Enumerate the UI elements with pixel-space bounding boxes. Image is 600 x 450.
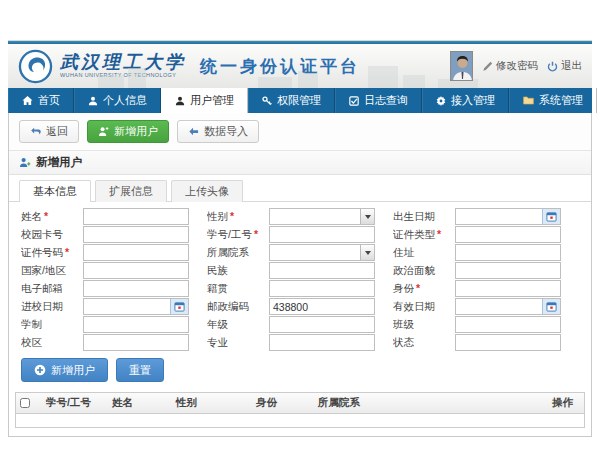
ethnicity-input[interactable] xyxy=(270,263,374,278)
field-label-country-region: 国家/地区 xyxy=(21,264,83,278)
identity-input[interactable] xyxy=(456,281,560,296)
form-field-identity: 身份* xyxy=(393,280,579,297)
tab-bar: 基本信息扩展信息上传头像 xyxy=(9,175,591,202)
form-field-campus: 校区 xyxy=(21,334,207,351)
form-field-student-id: 学号/工号* xyxy=(207,226,393,243)
plus-circle-icon xyxy=(34,364,46,376)
major-input[interactable] xyxy=(270,335,374,350)
panel-header: 新增用户 xyxy=(9,151,591,175)
birth-date-input[interactable] xyxy=(456,209,542,224)
gender-input[interactable] xyxy=(270,209,360,224)
form-field-country-region: 国家/地区 xyxy=(21,262,207,279)
select-all-checkbox[interactable] xyxy=(20,398,30,408)
table-column-header: 姓名 xyxy=(108,396,172,410)
gender-dropdown-button[interactable] xyxy=(360,209,374,224)
reset-button[interactable]: 重置 xyxy=(116,358,164,382)
table-column-header: 操作 xyxy=(548,396,584,410)
entry-date-calendar-button[interactable] xyxy=(170,299,188,314)
valid-date-input[interactable] xyxy=(456,299,542,314)
logout-label: 退出 xyxy=(561,59,582,73)
form-field-native-place: 籍贯 xyxy=(207,280,393,297)
field-label-address: 住址 xyxy=(393,246,455,260)
app-window: 武汉理工大学 WUHAN UNIVERSITY OF TECHNOLOGY 统一… xyxy=(8,40,592,437)
department-dropdown-button[interactable] xyxy=(360,245,374,260)
form-field-valid-date: 有效日期 xyxy=(393,298,579,315)
calendar-icon xyxy=(174,301,185,312)
school-system-input[interactable] xyxy=(84,317,188,332)
nav-item-label: 权限管理 xyxy=(277,93,321,108)
status-input[interactable] xyxy=(456,335,560,350)
submit-add-user-button[interactable]: 新增用户 xyxy=(21,358,108,382)
back-button[interactable]: 返回 xyxy=(19,120,79,143)
nav-item-system-management[interactable]: 系统管理 xyxy=(509,88,597,113)
add-user-button[interactable]: 新增用户 xyxy=(87,120,169,143)
id-number-input[interactable] xyxy=(84,245,188,260)
department-input[interactable] xyxy=(270,245,360,260)
required-marker: * xyxy=(65,246,69,258)
entry-date-input[interactable] xyxy=(84,299,170,314)
grade-input[interactable] xyxy=(270,317,374,332)
nav-item-label: 用户管理 xyxy=(190,93,234,108)
home-icon xyxy=(22,95,33,106)
political-status-input[interactable] xyxy=(456,263,560,278)
logout-link[interactable]: 退出 xyxy=(547,59,582,73)
table-column-header: 性别 xyxy=(172,396,252,410)
user-table: 学号/工号姓名性别身份所属院系操作 xyxy=(15,392,585,428)
form-field-entry-date: 进校日期 xyxy=(21,298,207,315)
main-content: 返回 新增用户 数据导入 新增用户 基本信息扩展信息上传头像 姓名*性别 xyxy=(8,113,592,437)
form-field-department: 所属院系 xyxy=(207,244,393,261)
main-nav: 首页个人信息用户管理权限管理日志查询接入管理系统管理订阅管理 xyxy=(8,88,592,113)
campus-input[interactable] xyxy=(84,335,188,350)
add-user-button-label: 新增用户 xyxy=(114,124,158,139)
native-place-input[interactable] xyxy=(270,281,374,296)
required-marker: * xyxy=(230,210,234,222)
form-field-id-number: 证件号码* xyxy=(21,244,207,261)
form-field-email: 电子邮箱 xyxy=(21,280,207,297)
form-field-class: 班级 xyxy=(393,316,579,333)
class-input[interactable] xyxy=(456,317,560,332)
postal-code-input[interactable] xyxy=(270,299,374,314)
form-field-status: 状态 xyxy=(393,334,579,351)
tab-extended-info[interactable]: 扩展信息 xyxy=(95,180,167,202)
campus-card-input[interactable] xyxy=(84,227,188,242)
data-import-button[interactable]: 数据导入 xyxy=(177,120,259,143)
add-user-icon xyxy=(98,126,109,137)
field-label-identity: 身份* xyxy=(393,282,455,296)
field-label-valid-date: 有效日期 xyxy=(393,300,455,314)
form-field-gender: 性别* xyxy=(207,208,393,225)
valid-date-calendar-button[interactable] xyxy=(542,299,560,314)
panel-title: 新增用户 xyxy=(36,155,82,170)
form-field-campus-card: 校园卡号 xyxy=(21,226,207,243)
nav-item-home[interactable]: 首页 xyxy=(8,88,74,113)
nav-item-access-management[interactable]: 接入管理 xyxy=(422,88,509,113)
name-input[interactable] xyxy=(84,209,188,224)
id-type-input[interactable] xyxy=(456,227,560,242)
field-label-class: 班级 xyxy=(393,318,455,332)
university-logo xyxy=(18,49,53,84)
header: 武汉理工大学 WUHAN UNIVERSITY OF TECHNOLOGY 统一… xyxy=(8,44,592,88)
field-label-email: 电子邮箱 xyxy=(21,282,83,296)
country-region-input[interactable] xyxy=(84,263,188,278)
form-field-address: 住址 xyxy=(393,244,579,261)
tab-upload-avatar[interactable]: 上传头像 xyxy=(171,180,243,202)
form-field-birth-date: 出生日期 xyxy=(393,208,579,225)
gear-icon xyxy=(436,96,446,106)
birth-date-calendar-button[interactable] xyxy=(542,209,560,224)
nav-item-permission-management[interactable]: 权限管理 xyxy=(248,88,335,113)
form-field-name: 姓名* xyxy=(21,208,207,225)
change-password-link[interactable]: 修改密码 xyxy=(482,59,538,73)
log-icon xyxy=(349,96,359,106)
address-input[interactable] xyxy=(456,245,560,260)
email-input[interactable] xyxy=(84,281,188,296)
nav-item-user-management[interactable]: 用户管理 xyxy=(161,88,248,113)
user-avatar[interactable] xyxy=(450,51,473,81)
add-user-panel-icon xyxy=(19,157,31,168)
field-label-entry-date: 进校日期 xyxy=(21,300,83,314)
nav-item-log-query[interactable]: 日志查询 xyxy=(335,88,422,113)
header-right: 修改密码 退出 xyxy=(450,51,582,81)
student-id-input[interactable] xyxy=(270,227,374,242)
tab-basic-info[interactable]: 基本信息 xyxy=(19,180,91,202)
field-label-campus: 校区 xyxy=(21,336,83,350)
nav-item-profile[interactable]: 个人信息 xyxy=(74,88,161,113)
users-icon xyxy=(175,96,185,106)
